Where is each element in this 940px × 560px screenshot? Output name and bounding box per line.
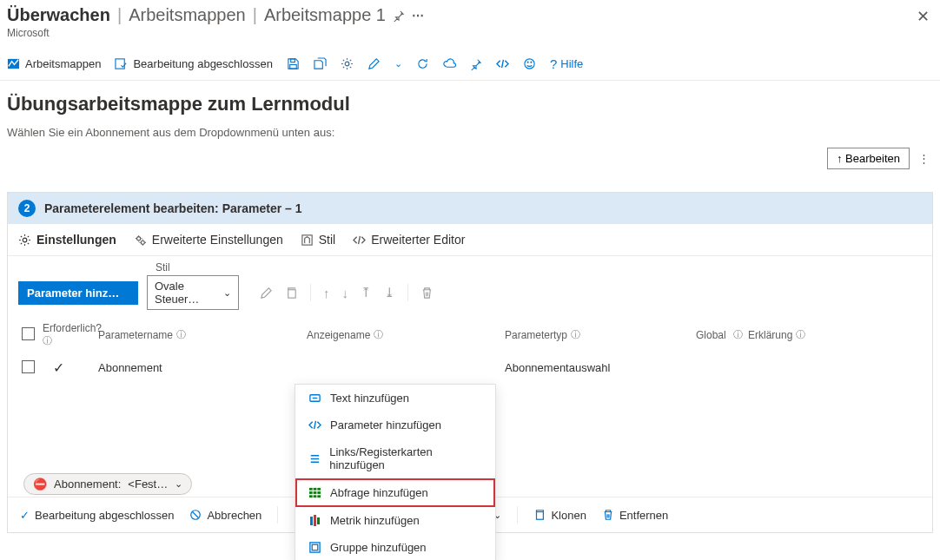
add-dropdown-menu: Text hinzufügen Parameter hinzufügen Lin… [295,384,496,560]
svg-point-8 [23,238,27,242]
footer-remove-label: Entfernen [619,509,668,522]
stil-select[interactable]: Ovale Steuer… ⌄ [147,275,239,310]
toolbar-help[interactable]: ? Hilfe [550,56,583,71]
breadcrumb-workbooks[interactable]: Arbeitsmappen [129,5,246,25]
edit-pencil-icon[interactable] [260,284,273,301]
close-icon[interactable]: ✕ [917,7,930,26]
more-vertical-icon[interactable]: ⋮ [918,152,930,165]
code-icon[interactable] [496,57,509,70]
cancel-icon [189,509,202,521]
info-icon[interactable]: ⓘ [796,328,805,341]
toolbar-workbooks[interactable]: Arbeitsmappen [7,57,101,70]
dd-gruppe[interactable]: Gruppe hinzufügen [295,534,495,560]
svg-rect-24 [312,544,318,550]
svg-point-4 [345,62,349,66]
dd-gruppe-label: Gruppe hinzufügen [330,541,427,554]
breadcrumb: Überwachen | Arbeitsmappen | Arbeitsmapp… [7,5,930,25]
done-editing-icon [115,57,128,70]
footer-done-label: Bearbeitung abgeschlossen [35,509,174,522]
footer-cancel[interactable]: Abbrechen [189,509,261,522]
breadcrumb-monitor[interactable]: Überwachen [7,5,110,25]
dd-text[interactable]: Text hinzufügen [295,385,495,412]
saveas-icon[interactable] [314,57,327,70]
info-icon[interactable]: ⓘ [571,328,580,341]
pin-toolbar-icon[interactable] [470,58,482,70]
arrow-down-icon[interactable]: ↓ [342,284,349,301]
style-icon [301,234,314,247]
arrow-top-icon[interactable]: ⤒ [361,284,372,301]
chevron-down-icon[interactable]: ⌄ [394,58,402,69]
tab-erweiterte-label: Erweiterte Einstellungen [152,233,283,247]
tab-stil[interactable]: Stil [301,233,335,247]
svg-rect-22 [317,495,321,497]
param-table-header: Erforderlich?ⓘ Parametername ⓘ Anzeigena… [18,310,922,352]
col-global: Global [696,329,726,341]
footer-done[interactable]: ✓ Bearbeitung abgeschlossen [20,509,174,522]
dd-links[interactable]: Links/Registerkarten hinzufügen [295,438,495,478]
footer-clone-label: Klonen [551,509,586,522]
refresh-icon[interactable] [416,57,429,70]
footer-cancel-label: Abbrechen [207,509,261,522]
tab-einstellungen[interactable]: Einstellungen [18,233,116,247]
svg-rect-16 [317,488,321,491]
trash-icon [602,509,614,521]
page-title: Übungsarbeitsmappe zum Lernmodul [0,81,940,121]
stil-column-label: Stil [18,260,922,275]
dd-param-label: Parameter hinzufügen [330,418,441,432]
svg-rect-2 [291,59,295,63]
svg-rect-12 [288,289,295,297]
abonnement-pill[interactable]: ⛔ Abonnement: <Fest… ⌄ [23,473,192,495]
group-icon [308,541,321,554]
parameter-panel: 2 Parameterelement bearbeiten: Parameter… [7,192,933,533]
text-icon [308,392,321,405]
breadcrumb-workbook1[interactable]: Arbeitsmappe 1 [264,5,386,25]
page-description: Wählen Sie ein Abonnement aus dem Dropdo… [0,121,940,139]
pin-icon[interactable] [393,10,405,22]
more-icon[interactable]: ⋯ [412,9,424,23]
advanced-gear-icon [134,234,147,247]
tab-editor-label: Erweiterter Editor [371,233,465,247]
add-parameter-button[interactable]: Parameter hinz… [18,281,138,305]
svg-point-9 [136,236,140,240]
save-icon[interactable] [287,57,300,70]
copy-icon[interactable] [285,284,298,301]
svg-point-6 [527,62,528,63]
toolbar-done-editing-label: Bearbeitung abgeschlossen [133,57,272,70]
tab-editor[interactable]: Erweiterter Editor [353,233,465,247]
chevron-down-icon: ⌄ [223,287,231,299]
check-icon: ✓ [20,509,30,522]
dd-param[interactable]: Parameter hinzufügen [295,412,495,438]
svg-rect-19 [317,491,321,494]
dd-links-label: Links/Registerkarten hinzufügen [329,445,483,471]
cloud-icon[interactable] [443,57,456,70]
col-erklaerung: Erklärung [748,329,792,341]
tab-stil-label: Stil [319,233,335,247]
panel-header-title: Parameterelement bearbeiten: Parameter –… [44,201,301,215]
select-all-checkbox[interactable] [22,327,35,340]
info-icon[interactable]: ⓘ [374,328,383,341]
pencil-icon[interactable] [367,57,381,70]
gear-icon[interactable] [341,57,354,70]
arrow-up-icon[interactable]: ↑ [323,284,330,301]
edit-button[interactable]: ↑ Bearbeiten [827,148,910,169]
dd-abfrage[interactable]: Abfrage hinzufügen [295,478,495,507]
table-row[interactable]: ✓ Abonnement Abonnementauswahl [18,352,922,383]
tab-erweiterte[interactable]: Erweiterte Einstellungen [134,233,283,247]
svg-rect-14 [308,488,312,491]
footer-clone[interactable]: Klonen [533,509,586,522]
panel-header: 2 Parameterelement bearbeiten: Parameter… [8,193,932,224]
arrow-bottom-icon[interactable]: ⤓ [384,284,395,301]
trash-icon[interactable] [420,284,434,301]
smile-icon[interactable] [523,57,536,70]
col-parametertyp: Parametertyp [505,329,567,341]
row-checkbox[interactable] [22,360,35,373]
toolbar-workbooks-label: Arbeitsmappen [25,57,101,70]
info-icon[interactable]: ⓘ [43,335,52,346]
clone-icon [533,509,546,521]
toolbar-done-editing[interactable]: Bearbeitung abgeschlossen [115,57,272,70]
footer-remove[interactable]: Entfernen [602,509,668,522]
info-icon[interactable]: ⓘ [733,328,743,341]
info-icon[interactable]: ⓘ [176,328,186,341]
dd-metrik[interactable]: Metrik hinzufügen [295,507,495,534]
grid-icon [308,486,321,499]
